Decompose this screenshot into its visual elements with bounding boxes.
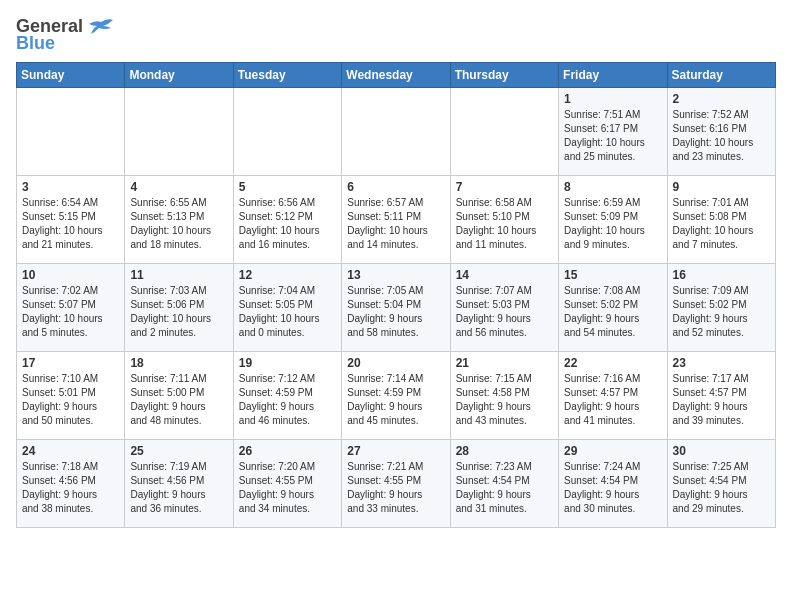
calendar-cell: 3Sunrise: 6:54 AM Sunset: 5:15 PM Daylig… [17, 176, 125, 264]
day-info: Sunrise: 7:04 AM Sunset: 5:05 PM Dayligh… [239, 284, 336, 340]
day-number: 3 [22, 180, 119, 194]
day-number: 20 [347, 356, 444, 370]
weekday-header: Friday [559, 63, 667, 88]
day-number: 1 [564, 92, 661, 106]
calendar-cell: 1Sunrise: 7:51 AM Sunset: 6:17 PM Daylig… [559, 88, 667, 176]
logo-bird-icon [87, 18, 115, 36]
day-info: Sunrise: 7:03 AM Sunset: 5:06 PM Dayligh… [130, 284, 227, 340]
day-number: 12 [239, 268, 336, 282]
day-number: 7 [456, 180, 553, 194]
day-number: 22 [564, 356, 661, 370]
day-info: Sunrise: 6:58 AM Sunset: 5:10 PM Dayligh… [456, 196, 553, 252]
day-info: Sunrise: 7:10 AM Sunset: 5:01 PM Dayligh… [22, 372, 119, 428]
calendar-cell: 2Sunrise: 7:52 AM Sunset: 6:16 PM Daylig… [667, 88, 775, 176]
calendar-cell: 28Sunrise: 7:23 AM Sunset: 4:54 PM Dayli… [450, 440, 558, 528]
calendar-cell: 7Sunrise: 6:58 AM Sunset: 5:10 PM Daylig… [450, 176, 558, 264]
weekday-header: Sunday [17, 63, 125, 88]
day-number: 4 [130, 180, 227, 194]
day-info: Sunrise: 6:59 AM Sunset: 5:09 PM Dayligh… [564, 196, 661, 252]
calendar-cell: 29Sunrise: 7:24 AM Sunset: 4:54 PM Dayli… [559, 440, 667, 528]
calendar-cell [17, 88, 125, 176]
day-number: 24 [22, 444, 119, 458]
day-number: 8 [564, 180, 661, 194]
day-info: Sunrise: 6:57 AM Sunset: 5:11 PM Dayligh… [347, 196, 444, 252]
day-number: 2 [673, 92, 770, 106]
day-number: 23 [673, 356, 770, 370]
day-info: Sunrise: 7:01 AM Sunset: 5:08 PM Dayligh… [673, 196, 770, 252]
calendar-cell [233, 88, 341, 176]
day-number: 13 [347, 268, 444, 282]
day-info: Sunrise: 7:07 AM Sunset: 5:03 PM Dayligh… [456, 284, 553, 340]
calendar-cell: 13Sunrise: 7:05 AM Sunset: 5:04 PM Dayli… [342, 264, 450, 352]
day-info: Sunrise: 7:20 AM Sunset: 4:55 PM Dayligh… [239, 460, 336, 516]
day-number: 21 [456, 356, 553, 370]
header-row: SundayMondayTuesdayWednesdayThursdayFrid… [17, 63, 776, 88]
calendar-cell: 9Sunrise: 7:01 AM Sunset: 5:08 PM Daylig… [667, 176, 775, 264]
day-number: 16 [673, 268, 770, 282]
day-number: 26 [239, 444, 336, 458]
day-info: Sunrise: 6:54 AM Sunset: 5:15 PM Dayligh… [22, 196, 119, 252]
day-info: Sunrise: 7:52 AM Sunset: 6:16 PM Dayligh… [673, 108, 770, 164]
day-info: Sunrise: 7:17 AM Sunset: 4:57 PM Dayligh… [673, 372, 770, 428]
day-info: Sunrise: 7:51 AM Sunset: 6:17 PM Dayligh… [564, 108, 661, 164]
calendar-week-row: 24Sunrise: 7:18 AM Sunset: 4:56 PM Dayli… [17, 440, 776, 528]
day-info: Sunrise: 7:08 AM Sunset: 5:02 PM Dayligh… [564, 284, 661, 340]
calendar-week-row: 17Sunrise: 7:10 AM Sunset: 5:01 PM Dayli… [17, 352, 776, 440]
calendar-table: SundayMondayTuesdayWednesdayThursdayFrid… [16, 62, 776, 528]
day-info: Sunrise: 7:05 AM Sunset: 5:04 PM Dayligh… [347, 284, 444, 340]
day-number: 27 [347, 444, 444, 458]
logo: General Blue [16, 16, 115, 54]
day-number: 5 [239, 180, 336, 194]
calendar-cell: 14Sunrise: 7:07 AM Sunset: 5:03 PM Dayli… [450, 264, 558, 352]
day-info: Sunrise: 7:11 AM Sunset: 5:00 PM Dayligh… [130, 372, 227, 428]
calendar-cell: 18Sunrise: 7:11 AM Sunset: 5:00 PM Dayli… [125, 352, 233, 440]
calendar-cell: 15Sunrise: 7:08 AM Sunset: 5:02 PM Dayli… [559, 264, 667, 352]
day-info: Sunrise: 6:55 AM Sunset: 5:13 PM Dayligh… [130, 196, 227, 252]
day-number: 28 [456, 444, 553, 458]
calendar-week-row: 1Sunrise: 7:51 AM Sunset: 6:17 PM Daylig… [17, 88, 776, 176]
day-number: 19 [239, 356, 336, 370]
day-info: Sunrise: 7:15 AM Sunset: 4:58 PM Dayligh… [456, 372, 553, 428]
calendar-cell [125, 88, 233, 176]
day-number: 11 [130, 268, 227, 282]
calendar-week-row: 3Sunrise: 6:54 AM Sunset: 5:15 PM Daylig… [17, 176, 776, 264]
day-number: 9 [673, 180, 770, 194]
day-info: Sunrise: 7:19 AM Sunset: 4:56 PM Dayligh… [130, 460, 227, 516]
calendar-cell: 25Sunrise: 7:19 AM Sunset: 4:56 PM Dayli… [125, 440, 233, 528]
calendar-cell: 4Sunrise: 6:55 AM Sunset: 5:13 PM Daylig… [125, 176, 233, 264]
calendar-cell: 26Sunrise: 7:20 AM Sunset: 4:55 PM Dayli… [233, 440, 341, 528]
calendar-cell: 11Sunrise: 7:03 AM Sunset: 5:06 PM Dayli… [125, 264, 233, 352]
calendar-cell: 5Sunrise: 6:56 AM Sunset: 5:12 PM Daylig… [233, 176, 341, 264]
calendar-cell: 30Sunrise: 7:25 AM Sunset: 4:54 PM Dayli… [667, 440, 775, 528]
day-info: Sunrise: 7:14 AM Sunset: 4:59 PM Dayligh… [347, 372, 444, 428]
day-number: 6 [347, 180, 444, 194]
calendar-cell: 27Sunrise: 7:21 AM Sunset: 4:55 PM Dayli… [342, 440, 450, 528]
calendar-cell: 22Sunrise: 7:16 AM Sunset: 4:57 PM Dayli… [559, 352, 667, 440]
logo-blue-text: Blue [16, 33, 55, 54]
header: General Blue [16, 16, 776, 54]
day-info: Sunrise: 7:18 AM Sunset: 4:56 PM Dayligh… [22, 460, 119, 516]
day-info: Sunrise: 7:21 AM Sunset: 4:55 PM Dayligh… [347, 460, 444, 516]
calendar-cell: 12Sunrise: 7:04 AM Sunset: 5:05 PM Dayli… [233, 264, 341, 352]
day-info: Sunrise: 7:25 AM Sunset: 4:54 PM Dayligh… [673, 460, 770, 516]
calendar-cell: 21Sunrise: 7:15 AM Sunset: 4:58 PM Dayli… [450, 352, 558, 440]
calendar-body: 1Sunrise: 7:51 AM Sunset: 6:17 PM Daylig… [17, 88, 776, 528]
calendar-cell: 23Sunrise: 7:17 AM Sunset: 4:57 PM Dayli… [667, 352, 775, 440]
weekday-header: Tuesday [233, 63, 341, 88]
weekday-header: Saturday [667, 63, 775, 88]
weekday-header: Thursday [450, 63, 558, 88]
calendar-cell: 10Sunrise: 7:02 AM Sunset: 5:07 PM Dayli… [17, 264, 125, 352]
calendar-cell: 16Sunrise: 7:09 AM Sunset: 5:02 PM Dayli… [667, 264, 775, 352]
day-info: Sunrise: 7:23 AM Sunset: 4:54 PM Dayligh… [456, 460, 553, 516]
calendar-cell: 19Sunrise: 7:12 AM Sunset: 4:59 PM Dayli… [233, 352, 341, 440]
day-number: 17 [22, 356, 119, 370]
day-number: 14 [456, 268, 553, 282]
day-info: Sunrise: 7:16 AM Sunset: 4:57 PM Dayligh… [564, 372, 661, 428]
weekday-header: Wednesday [342, 63, 450, 88]
day-info: Sunrise: 7:12 AM Sunset: 4:59 PM Dayligh… [239, 372, 336, 428]
day-number: 25 [130, 444, 227, 458]
day-info: Sunrise: 7:02 AM Sunset: 5:07 PM Dayligh… [22, 284, 119, 340]
day-number: 15 [564, 268, 661, 282]
day-number: 18 [130, 356, 227, 370]
day-number: 10 [22, 268, 119, 282]
